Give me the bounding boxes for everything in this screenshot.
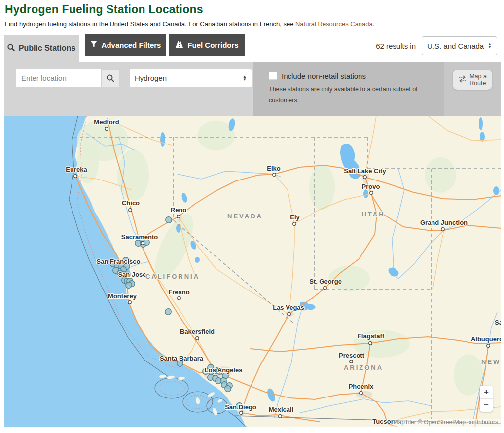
city-dot [141,242,144,245]
search-icon [7,44,15,53]
city-dot [369,342,372,345]
city-label: Prescott [339,352,365,359]
station-marker[interactable] [165,309,171,315]
tab-fuel-corridors-label: Fuel Corridors [187,41,238,49]
tab-public-stations-label: Public Stations [19,44,76,53]
city-label: San Diego [225,403,256,411]
results-count: 62 results in [376,42,416,50]
city-label: St. George [309,278,342,285]
city-label: San Francisco [97,258,141,265]
location-input[interactable] [16,69,101,87]
city-label: Provo [362,183,380,190]
city-label: Monterey [108,292,137,300]
station-marker[interactable] [225,386,231,392]
city-label: Eureka [66,166,87,173]
city-dot [370,191,373,194]
non-retail-description-line1: These stations are only available to a c… [269,84,442,95]
city-dot [360,392,362,395]
location-search-button[interactable] [101,69,120,87]
city-dot [487,344,490,347]
city-dot [240,411,243,414]
region-select[interactable]: U.S. and Canada ▲▼ [422,36,497,55]
city-label: Salt Lake City [344,167,386,175]
city-dot [324,287,326,289]
subtitle-period: . [373,20,375,28]
select-updown-icon: ▲▼ [243,75,247,81]
city-label: Santa Fe [495,319,501,326]
city-label: Phoenix [349,383,374,390]
page-title: Hydrogen Fueling Station Locations [5,3,203,16]
include-non-retail-label[interactable]: Include non-retail stations [282,72,366,80]
zoom-in-button[interactable]: + [480,386,493,399]
city-label: Flagstaff [358,332,385,340]
tab-public-stations[interactable]: Public Stations [4,35,79,62]
fuel-type-select[interactable]: Hydrogen ▲▼ [130,69,252,87]
state-label: ARIZONA [344,364,383,371]
city-dot [105,127,108,130]
city-label: Los Angeles [205,366,243,374]
select-updown-icon: ▲▼ [488,43,492,49]
map-canvas[interactable]: MedfordEurekaChicoRenoSacramentoSan Fran… [4,116,501,427]
tab-fuel-corridors[interactable]: Fuel Corridors [169,34,245,56]
state-label: NEW MEXICO [481,358,501,365]
city-dot [441,228,444,231]
filter-funnel-icon [90,41,97,49]
city-label: Sacramento [121,233,158,241]
city-label: Chico [122,199,140,207]
road-icon [176,41,183,49]
fuel-type-value: Hydrogen [135,74,167,82]
city-dot [273,173,276,176]
city-label: Grand Junction [420,219,468,226]
city-dot [178,297,180,300]
natural-resources-canada-link[interactable]: Natural Resources Canada [295,20,373,28]
tab-advanced-filters-label: Advanced Filters [102,41,161,49]
city-dot [196,337,199,340]
map-a-route-button[interactable]: Map a Route [453,70,492,90]
city-dot [74,175,77,178]
zoom-out-button[interactable]: − [480,399,493,412]
city-dot [350,360,353,363]
city-dot [288,313,290,316]
map-zoom-control: + − [480,386,493,412]
city-label: San Jose [118,271,146,278]
city-label: Tucson [372,418,395,425]
subtitle-text: Find hydrogen fueling stations in the Un… [5,20,295,28]
city-label: Ely [290,214,300,221]
city-dot [279,415,282,418]
state-label: NEVADA [227,213,263,220]
city-label: Las Vegas [273,304,304,311]
page-subtitle: Find hydrogen fueling stations in the Un… [5,20,374,28]
station-marker[interactable] [166,217,172,223]
city-dot [293,222,296,225]
city-label: Mexicali [269,406,294,413]
city-dot [129,209,132,212]
city-label: Albuquerque [471,335,501,343]
results-area: 62 results in U.S. and Canada ▲▼ [345,36,497,55]
state-label: UTAH [361,211,385,218]
city-dot [177,215,180,218]
station-marker[interactable] [126,282,132,288]
city-label: Elko [267,165,281,172]
city-label: Fresno [168,289,189,296]
city-label: Reno [171,206,187,214]
tab-advanced-filters[interactable]: Advanced Filters [85,34,166,56]
non-retail-description: These stations are only available to a c… [269,84,442,106]
region-select-value: U.S. and Canada [427,42,484,50]
city-dot [128,301,131,304]
non-retail-description-line2: customers. [269,95,442,106]
search-icon [107,74,114,82]
page: Hydrogen Fueling Station Locations Find … [0,0,504,433]
city-dot [363,176,366,179]
city-label: Bakersfield [180,328,215,335]
map-a-route-label: Map a Route [469,73,487,87]
include-non-retail-checkbox[interactable] [269,72,277,80]
route-icon [458,75,467,85]
state-label: CALIFORNIA [145,273,200,280]
city-label: Medford [94,118,119,126]
city-label: Santa Barbara [160,355,204,362]
